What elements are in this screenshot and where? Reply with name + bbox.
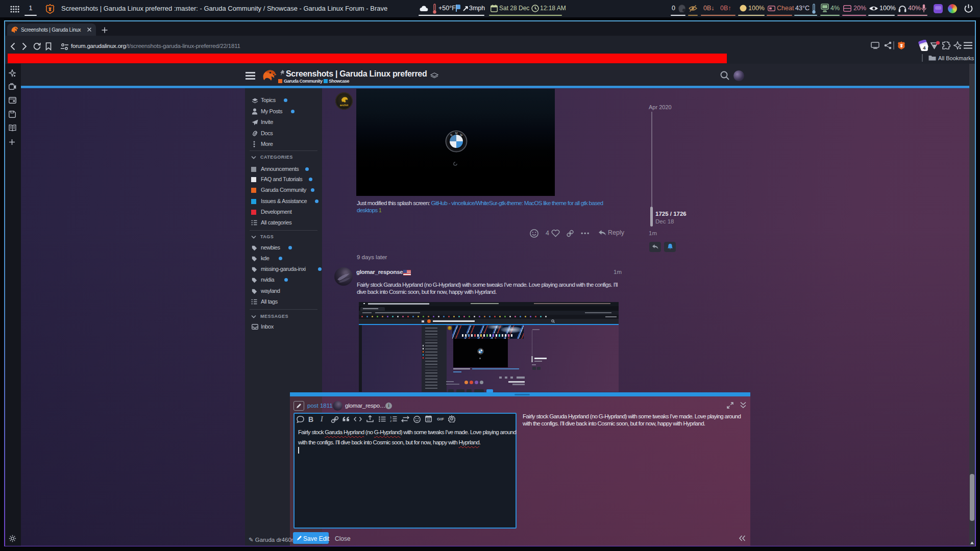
svg-text:archit: archit: [340, 104, 348, 107]
svg-text:M: M: [455, 132, 458, 135]
svg-text:2: 2: [390, 419, 392, 422]
svg-text:1: 1: [390, 416, 392, 419]
